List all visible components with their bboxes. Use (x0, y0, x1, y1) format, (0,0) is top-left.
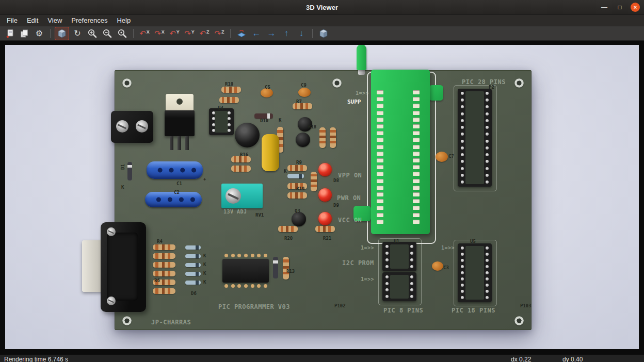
led-red (318, 188, 332, 202)
socket-pin (228, 129, 231, 132)
diode (185, 245, 201, 250)
socket-pin (461, 271, 464, 274)
socket-pin (410, 245, 413, 248)
socket-pin (461, 146, 464, 150)
dip-socket-28pin (458, 89, 492, 187)
dip-socket-18pin (458, 243, 492, 302)
socket-pin (461, 98, 464, 102)
socket-pin (461, 153, 464, 156)
socket-pin (410, 295, 413, 298)
db9-face (107, 233, 138, 301)
socket-pin (486, 133, 489, 136)
socket-pin (486, 112, 489, 116)
zoom-in-icon[interactable] (86, 27, 99, 40)
rotate-z-ccw-icon[interactable]: ↶Z (198, 27, 211, 40)
window-controls: —□× (600, 0, 640, 14)
rotate-x-cw-icon[interactable]: ↷X (153, 27, 166, 40)
move-right-icon[interactable]: → (265, 27, 278, 40)
rotate-x-ccw-icon[interactable]: ↶X (138, 27, 151, 40)
ortho-view-icon[interactable] (317, 27, 330, 40)
silkscreen-label: + (203, 176, 206, 182)
menu-view[interactable]: View (43, 15, 67, 25)
copy-image-icon[interactable] (18, 27, 31, 40)
zif-tab (429, 85, 443, 101)
capacitor-electrolytic (235, 123, 260, 147)
menu-help[interactable]: Help (112, 15, 135, 25)
socket-pin (461, 140, 464, 143)
resistor (315, 226, 335, 232)
zif-pin-hole (413, 220, 420, 224)
zif-pin-hole (413, 118, 420, 122)
titlebar[interactable]: 3D Viewer —□× (0, 0, 644, 15)
silkscreen-label: PIC 8 PINS (383, 307, 423, 314)
redraw-icon[interactable]: ↻ (71, 27, 84, 40)
export-image-button[interactable] (3, 27, 16, 40)
resistor (311, 172, 317, 191)
maximize-button[interactable]: □ (615, 3, 624, 12)
viewport-frame: PIC 28 PINSVPP ONPWR ONVCC ONI2C PROMPIC… (0, 41, 644, 354)
socket-pin (212, 129, 215, 132)
socket-pin (486, 140, 489, 143)
toolbar-separator (230, 29, 231, 38)
rotate-y-ccw-icon[interactable]: ↶Y (168, 27, 181, 40)
silkscreen-label: VPP ON (338, 172, 362, 179)
socket-pin (486, 265, 489, 268)
resistor (319, 127, 326, 148)
silkscreen-label: K (284, 169, 286, 174)
socket-pin (385, 245, 389, 248)
zoom-fit-icon[interactable] (116, 27, 129, 40)
socket-pin (461, 92, 464, 95)
capacitor-axial-blue (145, 192, 202, 207)
ic-leg (231, 254, 235, 257)
move-down-icon[interactable]: ↓ (295, 27, 308, 40)
close-button[interactable]: × (631, 3, 640, 12)
socket-pin (410, 282, 413, 285)
flip-board-icon[interactable] (235, 27, 248, 40)
resistor (231, 156, 251, 162)
silkscreen-label: R10 (225, 81, 233, 87)
socket-pin (385, 295, 389, 298)
zif-pin-hole (377, 206, 383, 210)
socket-pin (461, 167, 464, 170)
move-left-icon[interactable]: ← (250, 27, 263, 40)
socket-pin (461, 259, 464, 262)
rotate-y-cw-icon[interactable]: ↷Y (183, 27, 196, 40)
socket-pin (410, 258, 413, 261)
rotate-z-cw-icon[interactable]: ↷Z (213, 27, 226, 40)
silkscreen-label: K (203, 279, 206, 285)
render-current-view-icon[interactable] (55, 27, 69, 40)
move-up-icon[interactable]: ↑ (280, 27, 293, 40)
toolbar-separator (312, 29, 313, 38)
socket-pin (486, 105, 489, 108)
menu-edit[interactable]: Edit (22, 15, 43, 25)
zif-pin-hole (413, 104, 420, 108)
socket-pin (461, 174, 464, 177)
zoom-out-icon[interactable] (101, 27, 114, 40)
socket-pin (385, 282, 389, 285)
3d-canvas[interactable]: PIC 28 PINSVPP ONPWR ONVCC ONI2C PROMPIC… (5, 45, 639, 349)
minimize-button[interactable]: — (600, 3, 609, 12)
socket-pin (461, 265, 464, 268)
ic-leg (257, 254, 261, 257)
zif-pin-hole (377, 186, 383, 190)
diode (254, 113, 273, 119)
socket-pin (486, 284, 489, 287)
regulator-leg (178, 136, 181, 150)
socket-pin (410, 252, 413, 255)
zif-pin-hole (377, 118, 383, 122)
led-red (318, 163, 332, 176)
mounting-hole (332, 78, 342, 88)
db9-connector (82, 221, 159, 314)
ic-leg (251, 254, 254, 257)
render-options-icon[interactable]: ⚙ (33, 27, 46, 40)
disc-capacitor (298, 88, 311, 97)
regulator-body (165, 110, 195, 136)
ic-leg (224, 254, 228, 257)
voltage-regulator (165, 94, 195, 152)
menu-file[interactable]: File (2, 15, 22, 25)
diode (287, 174, 304, 178)
mounting-hole (514, 78, 524, 88)
socket-pin (486, 174, 489, 177)
diode (127, 162, 132, 180)
menu-preferences[interactable]: Preferences (67, 15, 112, 25)
